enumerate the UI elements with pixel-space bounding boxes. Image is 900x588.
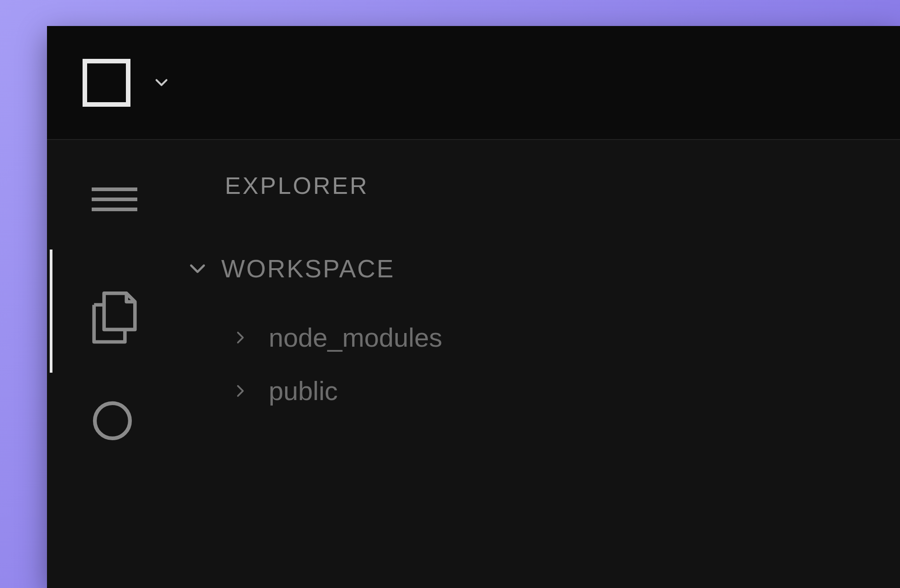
chevron-down-icon <box>185 256 210 281</box>
editor-window: EXPLORER WORKSPACE node_modules <box>47 26 900 588</box>
tree-item-public[interactable]: public <box>230 364 900 417</box>
explorer-title: EXPLORER <box>225 172 900 199</box>
explorer-panel: EXPLORER WORKSPACE node_modules <box>179 140 900 588</box>
editor-body: EXPLORER WORKSPACE node_modules <box>47 140 900 588</box>
chevron-right-icon <box>230 381 250 401</box>
chevron-right-icon <box>230 328 250 348</box>
files-icon[interactable] <box>89 293 140 343</box>
tree-item-label: node_modules <box>269 322 442 353</box>
svg-point-3 <box>95 403 130 438</box>
workspace-section-header[interactable]: WORKSPACE <box>185 254 900 283</box>
tree-item-label: public <box>269 375 338 406</box>
workspace-label: WORKSPACE <box>221 254 395 283</box>
app-logo-icon[interactable] <box>83 59 130 107</box>
search-icon[interactable] <box>89 398 140 448</box>
menu-icon[interactable] <box>89 174 140 224</box>
activity-active-indicator <box>50 250 52 373</box>
activity-bar <box>47 140 179 588</box>
app-menu-chevron[interactable] <box>151 73 172 93</box>
title-bar <box>47 26 900 140</box>
tree-item-node-modules[interactable]: node_modules <box>230 311 900 364</box>
